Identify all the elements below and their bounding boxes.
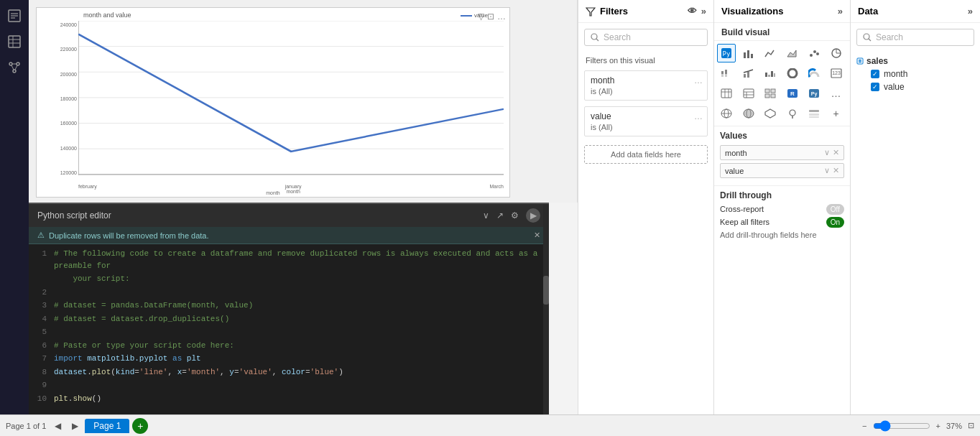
add-drillthrough-button[interactable]: Add drill-through fields here — [720, 231, 844, 239]
fit-page-button[interactable]: ⊡ — [968, 421, 974, 430]
svg-rect-43 — [747, 72, 749, 78]
viz-header: Visualizations » — [714, 0, 850, 23]
editor-settings-icon[interactable]: ⚙ — [511, 210, 519, 221]
data-tree-sales-header[interactable]: sales — [856, 55, 974, 68]
values-section: Values month ∨ ✕ value ∨ ✕ — [714, 126, 850, 185]
svg-point-10 — [13, 70, 16, 73]
viz-gauge-icon[interactable] — [805, 64, 823, 83]
zoom-slider[interactable] — [873, 420, 930, 432]
editor-content[interactable]: 1 # The following code to create a dataf… — [29, 244, 549, 414]
viz-card-icon[interactable]: 123 — [827, 64, 846, 83]
viz-shape-map-icon[interactable] — [761, 104, 780, 123]
value-checkbox[interactable]: ✓ — [871, 83, 879, 91]
add-data-fields-button[interactable]: Add data fields here — [584, 145, 708, 164]
code-line-7: 7 import matplotlib.pyplot as plt — [29, 352, 549, 366]
svg-text:Py: Py — [723, 50, 731, 57]
next-page-button[interactable]: ▶ — [68, 419, 82, 433]
viz-combo-icon[interactable] — [739, 64, 758, 83]
svg-rect-76 — [809, 113, 819, 116]
viz-area-icon[interactable] — [783, 44, 802, 62]
viz-python-icon[interactable]: Py — [717, 44, 736, 62]
viz-multirow-icon[interactable] — [761, 84, 780, 103]
viz-line-icon[interactable] — [761, 44, 780, 62]
warning-close-icon[interactable]: ✕ — [534, 231, 540, 240]
value-chip-month[interactable]: month ∨ ✕ — [720, 145, 844, 160]
svg-line-79 — [869, 39, 871, 41]
x-axis: february januarymonth March — [78, 184, 504, 194]
viz-filled-map-icon[interactable] — [739, 104, 758, 123]
svg-rect-81 — [859, 60, 861, 61]
viz-bar-icon[interactable] — [739, 44, 758, 62]
filter-card-dots2[interactable]: … — [694, 111, 703, 121]
filters-eye-icon[interactable]: 👁 — [688, 6, 697, 17]
viz-expand-icon[interactable]: » — [838, 6, 843, 17]
viz-slicer-icon[interactable] — [805, 104, 823, 123]
left-sidebar — [0, 0, 29, 414]
code-line-8: 8 dataset.plot(kind='line', x='month', y… — [29, 366, 549, 379]
add-page-button[interactable]: + — [132, 418, 148, 434]
value-chip-value-close[interactable]: ✕ — [833, 166, 839, 175]
svg-rect-80 — [857, 58, 863, 64]
viz-table-icon[interactable] — [717, 84, 736, 103]
svg-point-8 — [9, 62, 12, 65]
values-label: Values — [720, 131, 844, 141]
viz-pie-icon[interactable] — [827, 44, 846, 62]
report-icon[interactable] — [4, 6, 24, 26]
svg-rect-44 — [765, 73, 767, 77]
viz-stacked-bar-icon[interactable] — [717, 64, 736, 83]
svg-rect-28 — [744, 52, 746, 58]
value-chip-value[interactable]: value ∨ ✕ — [720, 163, 844, 178]
viz-r-icon[interactable]: R — [783, 84, 802, 103]
model-icon[interactable] — [4, 57, 24, 78]
cross-report-toggle[interactable]: Off — [826, 204, 844, 215]
editor-collapse-icon[interactable]: ∨ — [483, 210, 489, 221]
editor-expand-icon[interactable]: ↗ — [496, 210, 504, 221]
zoom-increase-button[interactable]: + — [936, 422, 940, 430]
value-chip-value-chevron[interactable]: ∨ — [824, 166, 830, 175]
svg-rect-51 — [721, 89, 731, 98]
data-tree-item-month[interactable]: ✓ month — [856, 68, 974, 80]
svg-rect-42 — [744, 74, 746, 78]
svg-point-73 — [790, 110, 795, 116]
value-chip-month-close[interactable]: ✕ — [833, 148, 839, 157]
filters-expand-icon[interactable]: » — [701, 6, 706, 17]
filters-search-box[interactable]: Search — [584, 29, 708, 46]
page-tab[interactable]: Page 1 — [85, 419, 129, 433]
viz-custom-icon[interactable]: + — [827, 104, 846, 123]
filter-card-month[interactable]: … month is (All) — [584, 70, 708, 101]
month-checkbox[interactable]: ✓ — [871, 70, 879, 78]
filters-section-label: Filters on this visual — [578, 52, 713, 68]
data-tree-item-value[interactable]: ✓ value — [856, 80, 974, 93]
viz-py-icon[interactable]: Py — [805, 84, 823, 103]
viz-waterfall-icon[interactable] — [761, 64, 780, 83]
svg-rect-55 — [744, 89, 754, 98]
warning-icon: ⚠ — [37, 231, 45, 240]
viz-matrix-icon[interactable] — [739, 84, 758, 103]
table-icon[interactable] — [4, 32, 24, 52]
viz-scatter-icon[interactable] — [805, 44, 823, 62]
editor-scrollbar-thumb[interactable] — [543, 276, 549, 305]
viz-donut-icon[interactable] — [783, 64, 802, 83]
svg-point-78 — [864, 34, 869, 40]
chart-legend: value — [461, 12, 488, 19]
editor-scrollbar[interactable] — [543, 204, 549, 414]
filter-card-dots[interactable]: … — [694, 75, 703, 85]
editor-run-icon[interactable]: ▶ — [526, 208, 540, 223]
focus-icon[interactable]: ⊡ — [487, 11, 494, 22]
x-axis-title: month — [266, 190, 279, 195]
data-search-box[interactable]: Search — [856, 29, 974, 46]
viz-map-icon[interactable] — [717, 104, 736, 123]
viz-more-icon[interactable]: … — [827, 84, 846, 103]
filter-card-value[interactable]: … value is (All) — [584, 106, 708, 136]
editor-title: Python script editor — [37, 210, 111, 221]
more-options-icon[interactable]: … — [497, 11, 506, 22]
visual-container[interactable]: ▽ ⊡ … month and value value 240000 22000… — [36, 7, 510, 198]
value-chip-month-chevron[interactable]: ∨ — [824, 148, 830, 157]
svg-rect-39 — [721, 74, 724, 77]
svg-point-70 — [744, 109, 754, 118]
zoom-decrease-button[interactable]: − — [862, 422, 866, 430]
prev-page-button[interactable]: ◀ — [50, 419, 65, 433]
data-expand-icon[interactable]: » — [968, 6, 973, 17]
viz-azure-map-icon[interactable] — [783, 104, 802, 123]
keep-filters-toggle[interactable]: On — [826, 217, 844, 228]
